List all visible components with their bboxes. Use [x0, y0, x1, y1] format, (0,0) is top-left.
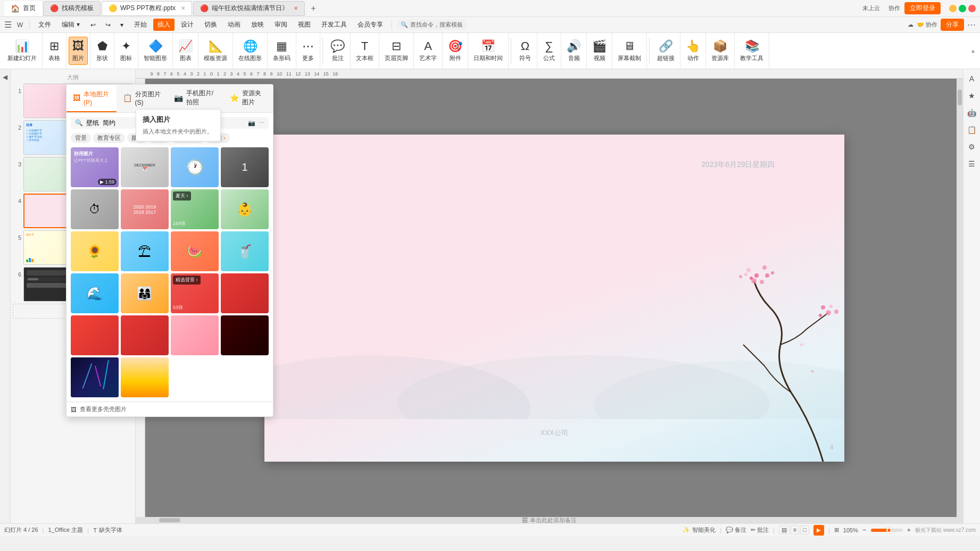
rs-btn-template2[interactable]: 📋: [965, 122, 979, 137]
asset-btn[interactable]: 📦 资源库: [708, 37, 732, 64]
barcode-btn[interactable]: ▦ 条形码: [270, 37, 294, 64]
popup-img-11[interactable]: 🥤: [221, 231, 269, 271]
template-btn[interactable]: 📐 模板资源: [201, 37, 230, 64]
play-btn[interactable]: ▶: [813, 525, 824, 536]
video-btn[interactable]: 🎬 视频: [589, 37, 610, 64]
popup-more-icon[interactable]: ⋯: [259, 120, 264, 127]
redo-btn[interactable]: ↪: [101, 20, 115, 30]
panel-toggle[interactable]: ◀: [0, 69, 11, 523]
zoom-minus[interactable]: −: [862, 526, 867, 534]
screenrec-btn[interactable]: 🖥 屏幕截制: [614, 37, 644, 64]
popup-img-5[interactable]: ⏱: [71, 189, 119, 229]
cloud-icon[interactable]: ☁: [908, 21, 913, 28]
share-btn[interactable]: 分享: [941, 19, 964, 31]
v-scrollbar-thumb[interactable]: [958, 89, 962, 105]
header-btn[interactable]: ⊟ 页眉页脚: [381, 37, 411, 64]
watermark-label[interactable]: 极光下载站 www.xz7.com: [915, 527, 976, 534]
fit-icon[interactable]: ⊞: [834, 527, 839, 533]
undo-dropdown[interactable]: ▾: [116, 20, 128, 30]
new-slide-btn[interactable]: 📊 新建幻灯片: [4, 37, 40, 64]
view-normal[interactable]: ▤: [779, 525, 790, 535]
popup-img-6[interactable]: 2020 20192018 2017: [121, 189, 169, 229]
image-btn[interactable]: 🖼 图片: [69, 37, 88, 65]
popup-tab-page[interactable]: 📋 分页图片(S): [117, 85, 168, 112]
rs-btn-property[interactable]: A: [965, 71, 979, 86]
zoom-slider[interactable]: [871, 529, 903, 532]
hyperlink-btn[interactable]: 🔗 超链接: [654, 37, 678, 64]
h-scrollbar-thumb[interactable]: [159, 518, 180, 522]
popup-img-13[interactable]: 👨‍👩‍👧: [121, 273, 169, 313]
add-note-area[interactable]: ☰ 单击此处添加备注: [522, 516, 576, 524]
v-scrollbar[interactable]: [957, 79, 963, 517]
icon-btn[interactable]: ✦ 图标: [117, 37, 136, 64]
object-btn[interactable]: 🎯 附件: [445, 37, 466, 64]
comment-status-btn[interactable]: 💬 备注: [726, 526, 746, 534]
popup-tab-phone[interactable]: 📷 手机图片/拍照: [168, 85, 224, 112]
tab-template[interactable]: 🔴 找稿壳模板: [43, 1, 101, 16]
popup-img-16[interactable]: [121, 315, 169, 355]
menu-view[interactable]: 视图: [294, 19, 315, 31]
online-img-btn[interactable]: 🌐 在线图形: [235, 37, 265, 64]
tab-wps-ppt[interactable]: 🟡 WPS PPT教程.pptx ✕: [102, 1, 192, 16]
datetime-btn[interactable]: 📅 日期和时间: [470, 37, 506, 64]
menu-dev[interactable]: 开发工具: [317, 19, 351, 31]
tab3-close[interactable]: ✕: [294, 5, 298, 11]
popup-img-15[interactable]: [71, 315, 119, 355]
popup-img-4[interactable]: 1: [221, 147, 269, 187]
chart-btn[interactable]: 📈 图表: [175, 37, 196, 64]
login-button[interactable]: 立即登录: [904, 2, 941, 14]
rs-btn-animate[interactable]: ★: [965, 88, 979, 103]
rs-btn-settings[interactable]: ⚙: [965, 139, 979, 154]
collaborate-btn[interactable]: 🤝 协作: [917, 21, 937, 29]
comment-btn[interactable]: 💬 批注: [327, 37, 348, 64]
popup-img-17[interactable]: [171, 315, 219, 355]
annotation-btn[interactable]: ✏ 批注: [751, 526, 769, 534]
popup-img-8[interactable]: 🌻: [71, 231, 119, 271]
audio-btn[interactable]: 🔊 音频: [563, 37, 584, 64]
popup-img-3[interactable]: 🕐: [171, 147, 219, 187]
home-tab[interactable]: 🏠 首页: [4, 1, 42, 16]
popup-img-14[interactable]: [221, 273, 269, 313]
popup-img-bg-cat[interactable]: 精选背景 › 53张: [171, 273, 219, 313]
popup-img-12[interactable]: 🌊: [71, 273, 119, 313]
new-tab-btn[interactable]: +: [306, 1, 321, 16]
menu-design[interactable]: 设计: [177, 19, 198, 31]
action-btn[interactable]: 👆 动作: [683, 37, 703, 64]
view-notes[interactable]: □: [800, 525, 809, 535]
shape-btn[interactable]: ⬟ 形状: [93, 37, 112, 64]
font-missing-btn[interactable]: T 缺失字体: [93, 526, 122, 534]
more-btn[interactable]: ⋯: [967, 20, 976, 30]
popup-img-10[interactable]: 🍉: [171, 231, 219, 271]
minimize-btn[interactable]: [949, 5, 957, 12]
popup-tab-local[interactable]: 🖼 本地图片(P): [67, 85, 117, 112]
popup-img-18[interactable]: [221, 315, 269, 355]
table-btn[interactable]: ⊞ 表格: [45, 37, 64, 64]
popup-img-9[interactable]: ⛱: [121, 231, 169, 271]
popup-img-2[interactable]: DECEMBER📅: [121, 147, 169, 187]
tab-festival[interactable]: 🔴 端午狂欢悦福满情满节日》 ✕: [193, 1, 305, 16]
camera-icon[interactable]: 📷: [248, 120, 255, 127]
popup-tab-resource[interactable]: ⭐ 资源夹图片: [223, 85, 273, 112]
menu-review[interactable]: 审阅: [270, 19, 292, 31]
maximize-btn[interactable]: [959, 5, 966, 12]
view-outline[interactable]: ≡: [791, 525, 799, 535]
cat-bg[interactable]: 背景: [71, 133, 91, 143]
formula-btn[interactable]: ∑ 公式: [539, 37, 559, 64]
popup-img-7[interactable]: 👶: [221, 189, 269, 229]
menu-show[interactable]: 放映: [247, 19, 268, 31]
rs-btn-more2[interactable]: ☰: [965, 156, 979, 171]
close-btn[interactable]: [968, 5, 976, 12]
menu-animation[interactable]: 动画: [223, 19, 245, 31]
menu-start[interactable]: 开始: [130, 19, 151, 31]
textbox-btn[interactable]: T 文本框: [353, 37, 377, 64]
popup-img-20[interactable]: [121, 357, 169, 397]
popup-img-19[interactable]: [71, 357, 119, 397]
cat-edu[interactable]: 教育专区: [93, 133, 125, 143]
menu-edit[interactable]: 编辑 ▾: [57, 19, 84, 31]
zoom-slider-thumb[interactable]: [886, 528, 892, 533]
popup-img-summer[interactable]: 夏天 › 164张: [171, 189, 219, 229]
h-scrollbar[interactable]: ☰ 单击此处添加备注: [136, 517, 963, 523]
ribbon-collapse[interactable]: ▲: [968, 46, 978, 56]
symbol-btn[interactable]: Ω 符号: [516, 37, 535, 64]
rs-btn-ai[interactable]: 🤖: [965, 105, 979, 120]
